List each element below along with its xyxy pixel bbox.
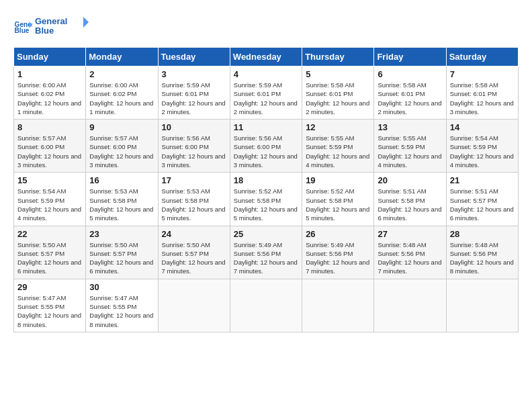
day-info: Sunrise: 5:56 AM Sunset: 6:00 PM Dayligh… [234,134,298,169]
logo-icon: General Blue [13,17,32,36]
day-number: 2 [89,69,154,79]
day-info: Sunrise: 5:47 AM Sunset: 5:55 PM Dayligh… [89,293,154,329]
day-number: 16 [89,175,154,185]
day-number: 12 [306,122,370,132]
calendar-cell: 9 Sunrise: 5:57 AM Sunset: 6:00 PM Dayli… [86,120,158,173]
calendar-cell: 5 Sunrise: 5:58 AM Sunset: 6:01 PM Dayli… [302,66,374,120]
calendar-cell: 25 Sunrise: 5:49 AM Sunset: 5:56 PM Dayl… [230,226,302,279]
day-info: Sunrise: 5:54 AM Sunset: 5:59 PM Dayligh… [450,134,515,169]
day-info: Sunrise: 5:50 AM Sunset: 5:57 PM Dayligh… [89,240,154,276]
day-number: 9 [89,122,154,132]
calendar-cell: 20 Sunrise: 5:51 AM Sunset: 5:58 PM Dayl… [374,173,446,226]
weekday-header-wednesday: Wednesday [230,48,302,66]
calendar-cell: 21 Sunrise: 5:51 AM Sunset: 5:57 PM Dayl… [446,173,518,226]
day-number: 29 [17,282,82,292]
day-info: Sunrise: 5:50 AM Sunset: 5:57 PM Dayligh… [17,240,82,276]
day-number: 17 [162,175,226,185]
day-number: 23 [89,229,154,239]
day-number: 14 [450,122,515,132]
calendar-cell: 12 Sunrise: 5:55 AM Sunset: 5:59 PM Dayl… [302,120,374,173]
day-info: Sunrise: 5:47 AM Sunset: 5:55 PM Dayligh… [17,293,82,329]
day-info: Sunrise: 5:52 AM Sunset: 5:58 PM Dayligh… [234,187,298,222]
day-info: Sunrise: 5:55 AM Sunset: 5:59 PM Dayligh… [378,134,442,169]
calendar-table: SundayMondayTuesdayWednesdayThursdayFrid… [13,47,519,332]
calendar-week-row: 29 Sunrise: 5:47 AM Sunset: 5:55 PM Dayl… [14,279,519,332]
day-info: Sunrise: 6:00 AM Sunset: 6:02 PM Dayligh… [89,81,154,116]
calendar-cell: 4 Sunrise: 5:59 AM Sunset: 6:01 PM Dayli… [230,66,302,120]
page-header: General Blue General Blue [13,13,519,40]
calendar-cell: 26 Sunrise: 5:49 AM Sunset: 5:56 PM Dayl… [302,226,374,279]
day-number: 13 [378,122,442,132]
day-info: Sunrise: 5:49 AM Sunset: 5:56 PM Dayligh… [234,240,298,276]
svg-marker-5 [83,17,89,28]
day-number: 20 [378,175,442,185]
day-number: 27 [378,229,442,239]
day-number: 25 [234,229,298,239]
day-number: 1 [17,69,82,79]
day-number: 26 [306,229,370,239]
day-number: 15 [17,175,82,185]
calendar-cell: 18 Sunrise: 5:52 AM Sunset: 5:58 PM Dayl… [230,173,302,226]
day-info: Sunrise: 5:51 AM Sunset: 5:58 PM Dayligh… [378,187,442,222]
day-info: Sunrise: 5:57 AM Sunset: 6:00 PM Dayligh… [17,134,82,169]
weekday-header-row: SundayMondayTuesdayWednesdayThursdayFrid… [14,48,519,66]
calendar-cell: 23 Sunrise: 5:50 AM Sunset: 5:57 PM Dayl… [86,226,158,279]
day-number: 30 [89,282,154,292]
day-info: Sunrise: 5:48 AM Sunset: 5:56 PM Dayligh… [450,240,515,276]
calendar-cell: 22 Sunrise: 5:50 AM Sunset: 5:57 PM Dayl… [14,226,86,279]
day-info: Sunrise: 6:00 AM Sunset: 6:02 PM Dayligh… [17,81,82,116]
day-info: Sunrise: 5:48 AM Sunset: 5:56 PM Dayligh… [378,240,442,276]
svg-text:General: General [35,16,67,26]
calendar-cell [230,279,302,332]
day-info: Sunrise: 5:55 AM Sunset: 5:59 PM Dayligh… [306,134,370,169]
day-info: Sunrise: 5:56 AM Sunset: 6:00 PM Dayligh… [162,134,226,169]
calendar-cell: 29 Sunrise: 5:47 AM Sunset: 5:55 PM Dayl… [14,279,86,332]
logo: General Blue General Blue [13,13,89,40]
svg-text:Blue: Blue [35,26,54,36]
calendar-week-row: 8 Sunrise: 5:57 AM Sunset: 6:00 PM Dayli… [14,120,519,173]
calendar-cell [302,279,374,332]
day-number: 3 [162,69,226,79]
weekday-header-saturday: Saturday [446,48,518,66]
calendar-week-row: 1 Sunrise: 6:00 AM Sunset: 6:02 PM Dayli… [14,66,519,120]
day-number: 11 [234,122,298,132]
calendar-cell: 19 Sunrise: 5:52 AM Sunset: 5:58 PM Dayl… [302,173,374,226]
calendar-cell: 7 Sunrise: 5:58 AM Sunset: 6:01 PM Dayli… [446,66,518,120]
svg-text:Blue: Blue [15,27,30,34]
calendar-cell: 8 Sunrise: 5:57 AM Sunset: 6:00 PM Dayli… [14,120,86,173]
calendar-cell: 15 Sunrise: 5:54 AM Sunset: 5:59 PM Dayl… [14,173,86,226]
calendar-cell: 3 Sunrise: 5:59 AM Sunset: 6:01 PM Dayli… [158,66,230,120]
calendar-cell: 13 Sunrise: 5:55 AM Sunset: 5:59 PM Dayl… [374,120,446,173]
logo-wordmark: General Blue [35,13,89,40]
weekday-header-thursday: Thursday [302,48,374,66]
calendar-cell [158,279,230,332]
calendar-cell: 6 Sunrise: 5:58 AM Sunset: 6:01 PM Dayli… [374,66,446,120]
calendar-cell: 30 Sunrise: 5:47 AM Sunset: 5:55 PM Dayl… [86,279,158,332]
calendar-week-row: 15 Sunrise: 5:54 AM Sunset: 5:59 PM Dayl… [14,173,519,226]
day-number: 19 [306,175,370,185]
calendar-cell [446,279,518,332]
calendar-cell: 11 Sunrise: 5:56 AM Sunset: 6:00 PM Dayl… [230,120,302,173]
day-info: Sunrise: 5:59 AM Sunset: 6:01 PM Dayligh… [234,81,298,116]
day-info: Sunrise: 5:58 AM Sunset: 6:01 PM Dayligh… [450,81,515,116]
calendar-cell: 17 Sunrise: 5:53 AM Sunset: 5:58 PM Dayl… [158,173,230,226]
day-number: 8 [17,122,82,132]
calendar-body: 1 Sunrise: 6:00 AM Sunset: 6:02 PM Dayli… [14,66,519,332]
day-info: Sunrise: 5:58 AM Sunset: 6:01 PM Dayligh… [378,81,442,116]
day-number: 5 [306,69,370,79]
calendar-week-row: 22 Sunrise: 5:50 AM Sunset: 5:57 PM Dayl… [14,226,519,279]
day-number: 6 [378,69,442,79]
day-number: 22 [17,229,82,239]
day-number: 7 [450,69,515,79]
weekday-header-monday: Monday [86,48,158,66]
day-info: Sunrise: 5:54 AM Sunset: 5:59 PM Dayligh… [17,187,82,222]
day-info: Sunrise: 5:53 AM Sunset: 5:58 PM Dayligh… [89,187,154,222]
weekday-header-tuesday: Tuesday [158,48,230,66]
day-number: 4 [234,69,298,79]
day-info: Sunrise: 5:58 AM Sunset: 6:01 PM Dayligh… [306,81,370,116]
calendar-cell: 16 Sunrise: 5:53 AM Sunset: 5:58 PM Dayl… [86,173,158,226]
weekday-header-friday: Friday [374,48,446,66]
day-number: 18 [234,175,298,185]
calendar-cell: 10 Sunrise: 5:56 AM Sunset: 6:00 PM Dayl… [158,120,230,173]
calendar-header: SundayMondayTuesdayWednesdayThursdayFrid… [14,48,519,66]
